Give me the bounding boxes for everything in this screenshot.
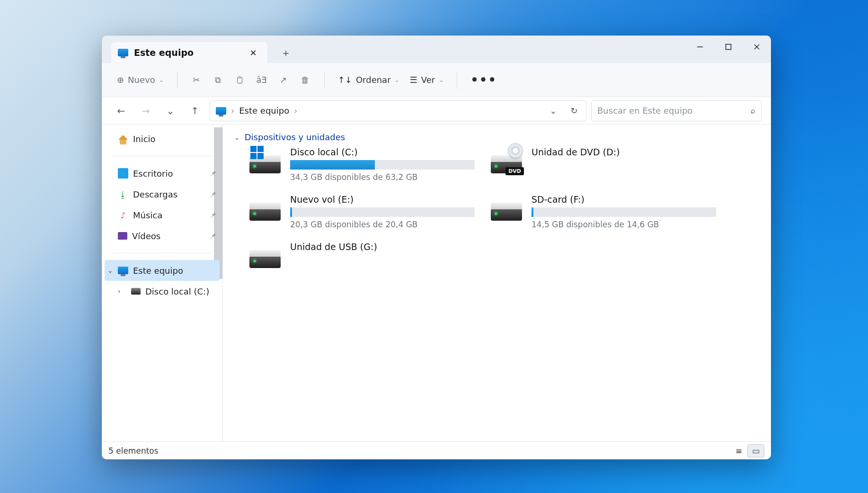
refresh-button[interactable]: ↻ [566,103,582,119]
up-button[interactable]: ↑ [185,101,205,121]
capacity-bar [290,160,475,170]
sort-label: Ordenar [356,75,391,85]
drive-name: Disco local (C:) [290,147,475,157]
drive-name: Unidad de USB (G:) [290,242,475,252]
sidebar-item-videos[interactable]: Vídeos 📌︎ [102,225,222,246]
toolbar: ⊕ Nuevo ⌄ ✂ ⧉ 📋︎ âƎ ↗ 🗑︎ ↑↓ Ordenar ⌄ ☰ … [102,63,771,97]
chevron-down-icon: ⌄ [439,77,443,83]
sidebar-item-this-pc[interactable]: ⌄ Este equipo [105,260,220,281]
share-button[interactable]: ↗ [274,71,293,90]
tab-title: Este equipo [134,47,194,58]
status-count: 5 elementos [108,446,159,456]
drive-info: Disco local (C:)34,3 GB disponibles de 6… [290,147,475,182]
view-button[interactable]: ☰ Ver ⌄ [406,71,448,90]
this-pc-icon [216,106,226,116]
drive-info: Unidad de USB (G:) [290,242,475,252]
close-window-button[interactable] [743,36,771,58]
drive-item[interactable]: SD-card (F:)14,5 GB disponibles de 14,6 … [489,194,716,229]
content-pane: ⌄ Dispositivos y unidades Disco local (C… [223,125,771,441]
sidebar-item-local-disk[interactable]: › Disco local (C:) [102,281,222,302]
sidebar-label: Este equipo [133,266,183,276]
pin-icon: 📌︎ [209,190,217,199]
drive-icon [248,242,283,270]
scissors-icon: ✂ [193,75,200,85]
view-label: Ver [421,75,435,85]
sidebar-item-home[interactable]: Inicio [102,128,222,149]
copy-button[interactable]: ⧉ [209,71,228,90]
tiles-view-toggle[interactable]: ▭ [747,444,764,457]
download-icon: ⭳ [118,189,128,199]
drive-icon [489,194,524,223]
video-icon [118,232,127,240]
search-icon: ⌕ [751,106,755,115]
rename-icon: âƎ [257,75,267,85]
capacity-bar [531,207,716,217]
drive-name: Unidad de DVD (D:) [531,147,716,157]
new-tab-button[interactable]: ＋ [276,43,296,63]
drive-icon [131,288,141,295]
tab-active[interactable]: Este equipo ✕ [111,42,267,63]
body: Inicio Escritorio 📌︎ ⭳ Descargas 📌︎ ♪ Mú… [102,125,771,441]
ellipsis-icon: ••• [470,78,497,82]
separator [177,72,177,89]
more-button[interactable]: ••• [467,71,501,90]
details-view-toggle[interactable]: ≡ [730,444,747,457]
drive-item[interactable]: DVDUnidad de DVD (D:) [489,147,716,182]
separator [112,253,212,253]
search-box[interactable]: ⌕ [591,100,762,121]
forward-button[interactable]: → [136,101,156,121]
windows-logo-icon [250,146,264,159]
sidebar: Inicio Escritorio 📌︎ ⭳ Descargas 📌︎ ♪ Mú… [102,125,223,441]
sidebar-item-downloads[interactable]: ⭳ Descargas 📌︎ [102,184,222,205]
recent-button[interactable]: ⌄ [160,101,180,121]
sidebar-item-desktop[interactable]: Escritorio 📌︎ [102,163,222,184]
new-button[interactable]: ⊕ Nuevo ⌄ [113,71,168,90]
window-controls [686,36,771,58]
drive-icon [248,147,283,175]
view-icon: ☰ [410,75,417,85]
drive-item[interactable]: Unidad de USB (G:) [248,242,475,270]
address-bar[interactable]: › Este equipo › ⌄ ↻ [210,100,586,121]
chevron-down-icon: ⌄ [234,134,240,141]
delete-button[interactable]: 🗑︎ [296,71,315,90]
chevron-down-icon[interactable]: ⌄ [107,267,113,274]
back-button[interactable]: ← [111,101,131,121]
copy-icon: ⧉ [215,75,221,85]
drive-info: Nuevo vol (E:)20,3 GB disponibles de 20,… [290,194,475,229]
dvd-badge: DVD [505,167,524,175]
close-tab-button[interactable]: ✕ [246,45,261,60]
cut-button[interactable]: ✂ [187,71,206,90]
chevron-right-icon[interactable]: › [118,287,121,295]
minimize-button[interactable] [686,36,714,58]
rename-button[interactable]: âƎ [252,71,271,90]
drive-info: SD-card (F:)14,5 GB disponibles de 14,6 … [531,194,716,229]
new-label: Nuevo [128,75,155,85]
sort-button[interactable]: ↑↓ Ordenar ⌄ [334,71,403,90]
sidebar-label: Vídeos [132,231,160,241]
drive-info: Unidad de DVD (D:) [531,147,716,157]
separator [324,72,325,89]
drive-subtext: 20,3 GB disponibles de 20,4 GB [290,220,475,229]
group-header-devices[interactable]: ⌄ Dispositivos y unidades [234,132,760,142]
this-pc-icon [118,47,128,58]
breadcrumb-dropdown[interactable]: ⌄ [545,103,561,119]
navigation-row: ← → ⌄ ↑ › Este equipo › ⌄ ↻ ⌕ [102,97,771,125]
titlebar: Este equipo ✕ ＋ [102,36,771,63]
breadcrumb-sep: › [231,106,234,116]
file-explorer-window: Este equipo ✕ ＋ ⊕ Nuevo ⌄ ✂ ⧉ 📋︎ âƎ ↗ [102,36,771,459]
separator [457,72,457,89]
pin-icon: 📌︎ [209,232,217,241]
drive-item[interactable]: Nuevo vol (E:)20,3 GB disponibles de 20,… [248,194,475,229]
drive-item[interactable]: Disco local (C:)34,3 GB disponibles de 6… [248,147,475,182]
breadcrumb-root[interactable]: Este equipo [239,106,289,116]
sidebar-label: Descargas [133,189,177,199]
share-icon: ↗ [280,75,287,85]
sidebar-item-music[interactable]: ♪ Música 📌︎ [102,205,222,225]
drive-subtext: 34,3 GB disponibles de 63,2 GB [290,172,475,182]
sort-icon: ↑↓ [338,75,352,85]
maximize-button[interactable] [714,36,743,58]
sidebar-label: Disco local (C:) [145,287,209,296]
disc-icon [508,143,523,158]
search-input[interactable] [597,106,751,116]
paste-button[interactable]: 📋︎ [230,71,249,90]
